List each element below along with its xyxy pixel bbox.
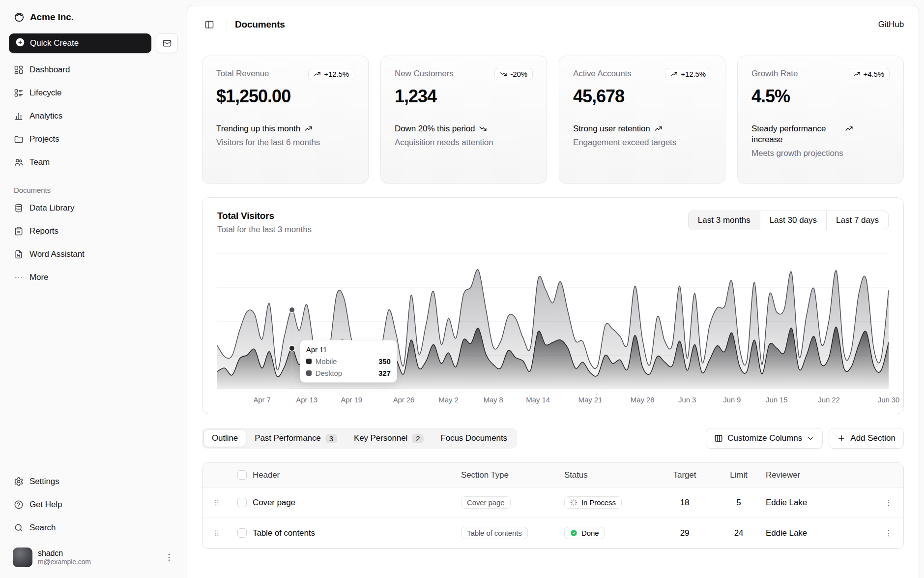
cell-header[interactable]: Cover page: [253, 498, 461, 508]
stat-subtext: Visitors for the last 6 months: [216, 138, 354, 148]
sidebar-item-team[interactable]: Team: [8, 152, 179, 172]
tab-outline[interactable]: Outline: [204, 430, 246, 447]
sidebar-item-label: Search: [29, 523, 56, 533]
tab-focus-documents[interactable]: Focus Documents: [433, 430, 515, 447]
row-checkbox[interactable]: [237, 498, 247, 507]
sidebar-item-label: Projects: [29, 134, 59, 144]
stat-title: Growth Rate: [751, 68, 798, 79]
sidebar-item-data-library[interactable]: Data Library: [8, 198, 179, 218]
stat-headline: Strong user retention: [573, 123, 711, 134]
table-row[interactable]: Table of contents Table of contents Done…: [202, 518, 903, 548]
total-visitors-card: Total Visitors Total for the last 3 mont…: [202, 197, 904, 414]
table-row[interactable]: Cover page Cover page In Process 18 5 Ed…: [202, 487, 903, 518]
brand-name: Acme Inc.: [30, 12, 74, 23]
sidebar-toggle-button[interactable]: [200, 15, 219, 34]
github-link[interactable]: GitHub: [878, 20, 904, 30]
sidebar-item-lifecycle[interactable]: Lifecycle: [8, 83, 179, 103]
sidebar-item-label: Get Help: [29, 500, 62, 510]
cell-header[interactable]: Table of contents: [253, 528, 461, 538]
column-header: Header: [253, 470, 461, 480]
sidebar-footer-nav: Settings Get Help Search: [8, 472, 179, 538]
cell-reviewer[interactable]: Eddie Lake: [766, 498, 874, 508]
user-menu[interactable]: shadcn m@example.com: [8, 544, 179, 571]
trending-up-icon: [654, 124, 663, 133]
avatar: [13, 548, 32, 567]
cell-target[interactable]: 29: [658, 528, 712, 538]
column-reviewer: Reviewer: [766, 470, 874, 480]
tab-key-personnel[interactable]: Key Personnel 2: [346, 430, 432, 447]
column-status: Status: [564, 470, 658, 480]
trending-up-icon: [853, 70, 861, 78]
cell-limit[interactable]: 5: [712, 498, 766, 508]
x-axis-tick: Apr 19: [341, 395, 362, 404]
file-word-icon: [14, 249, 24, 259]
x-axis-tick: Jun 30: [878, 395, 899, 404]
select-all-checkbox[interactable]: [237, 470, 247, 480]
x-axis-tick: May 28: [631, 395, 655, 404]
column-target: Target: [658, 470, 712, 480]
sections-table: Header Section Type Status Target Limit …: [202, 462, 904, 549]
customize-columns-button[interactable]: Customize Columns: [706, 428, 823, 449]
range-last-7-days[interactable]: Last 7 days: [826, 211, 889, 230]
user-name: shadcn: [38, 548, 91, 558]
x-axis-tick: May 2: [438, 395, 458, 404]
row-menu-icon[interactable]: [874, 529, 903, 538]
sidebar-item-label: Data Library: [29, 203, 74, 213]
sidebar-item-settings[interactable]: Settings: [8, 472, 179, 491]
stat-headline: Steady performance increase: [751, 123, 890, 145]
cell-limit[interactable]: 24: [712, 528, 766, 538]
stat-card-total-revenue: Total Revenue +12.5% $1,250.00 Trending …: [202, 56, 369, 183]
sidebar-item-more[interactable]: More: [8, 268, 179, 287]
chart-active-dot: [289, 307, 294, 312]
inbox-button[interactable]: [156, 33, 178, 53]
sidebar-item-get-help[interactable]: Get Help: [8, 495, 179, 515]
sidebar-item-label: Lifecycle: [29, 88, 61, 98]
stat-headline: Down 20% this period: [395, 123, 533, 134]
dots-vertical-icon[interactable]: [164, 552, 174, 562]
user-email: m@example.com: [38, 558, 91, 566]
trending-up-icon: [670, 70, 678, 78]
drag-handle-icon[interactable]: [202, 498, 231, 507]
chart-active-dot: [289, 346, 294, 351]
stat-subtext: Engagement exceed targets: [573, 138, 711, 148]
sidebar-item-reports[interactable]: Reports: [8, 221, 179, 241]
stat-title: Active Accounts: [573, 68, 632, 79]
stat-card-active-accounts: Active Accounts +12.5% 45,678 Strong use…: [559, 56, 725, 183]
stat-title: New Customers: [395, 68, 454, 79]
tab-past-performance[interactable]: Past Performance 3: [247, 430, 345, 447]
sidebar-item-projects[interactable]: Projects: [8, 129, 179, 149]
dashboard-icon: [14, 65, 24, 75]
trending-up-icon: [304, 124, 313, 133]
section-type-badge: Table of contents: [461, 527, 528, 539]
sidebar-item-label: More: [29, 273, 48, 282]
quick-create-label: Quick Create: [30, 38, 79, 48]
sidebar-item-dashboard[interactable]: Dashboard: [8, 60, 179, 80]
trend-badge: +4.5%: [848, 68, 890, 80]
chart-tooltip: Apr 11 Mobile 350 Desktop 327: [300, 340, 397, 383]
sidebar-item-analytics[interactable]: Analytics: [8, 106, 179, 126]
help-icon: [14, 500, 24, 510]
sidebar: Acme Inc. Quick Create Dashboard Lifecyc…: [0, 0, 187, 578]
x-axis-tick: Jun 9: [723, 395, 741, 404]
analytics-icon: [14, 111, 24, 121]
x-axis-tick: Jun 22: [818, 395, 839, 404]
drag-handle-icon[interactable]: [202, 529, 231, 538]
quick-create-button[interactable]: Quick Create: [9, 33, 151, 53]
sidebar-documents-nav: Data Library Reports Word Assistant More: [8, 198, 179, 287]
desktop-series-swatch: [306, 370, 312, 376]
brand[interactable]: Acme Inc.: [8, 8, 179, 27]
sidebar-item-word-assistant[interactable]: Word Assistant: [8, 244, 179, 264]
sidebar-item-search[interactable]: Search: [8, 518, 179, 538]
cell-target[interactable]: 18: [658, 498, 712, 508]
range-last-3-months[interactable]: Last 3 months: [688, 211, 760, 230]
row-menu-icon[interactable]: [874, 498, 903, 507]
cell-reviewer[interactable]: Eddie Lake: [766, 528, 874, 538]
tab-count-badge: 3: [325, 434, 337, 443]
stat-value: $1,250.00: [216, 86, 354, 107]
visitors-area-chart[interactable]: Apr 11 Mobile 350 Desktop 327: [217, 253, 889, 389]
sidebar-item-label: Team: [29, 157, 50, 167]
range-last-30-days[interactable]: Last 30 days: [760, 211, 827, 230]
sidebar-section-label: Documents: [8, 186, 179, 194]
add-section-button[interactable]: Add Section: [829, 428, 904, 449]
row-checkbox[interactable]: [237, 528, 247, 538]
